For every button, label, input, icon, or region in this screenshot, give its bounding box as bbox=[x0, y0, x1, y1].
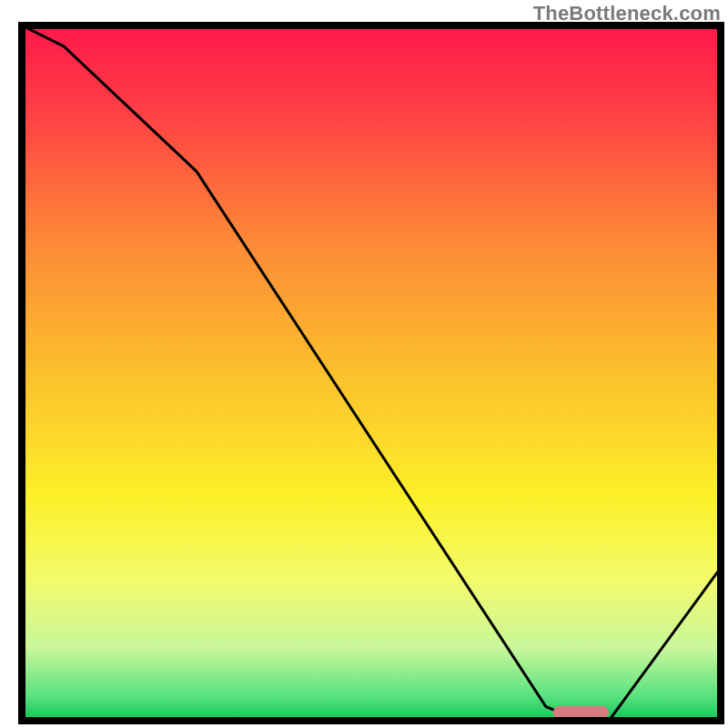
gradient-background bbox=[25, 29, 717, 717]
bottleneck-chart bbox=[0, 0, 728, 728]
watermark-text: TheBottleneck.com bbox=[533, 2, 721, 25]
optimal-marker bbox=[553, 706, 609, 719]
chart-container: TheBottleneck.com bbox=[0, 0, 728, 728]
